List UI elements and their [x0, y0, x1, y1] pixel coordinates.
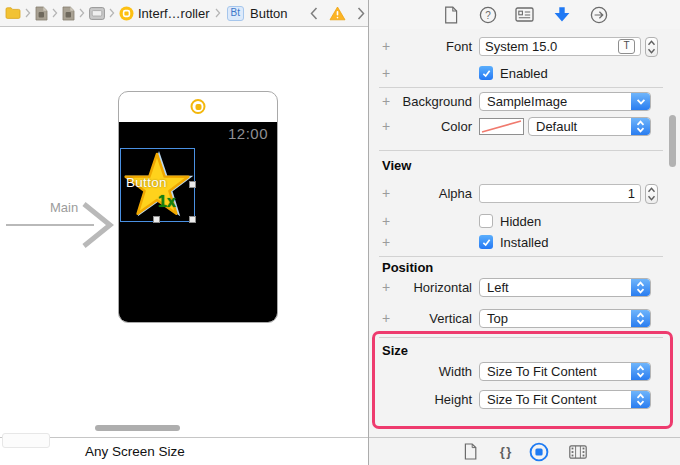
combo-chevron-icon — [631, 93, 650, 110]
scene-icon[interactable] — [89, 3, 105, 23]
watch-time: 12:00 — [228, 125, 268, 142]
color-label: Color — [369, 119, 472, 134]
warning-icon[interactable] — [325, 6, 350, 21]
code-snippet-library-icon[interactable]: { } — [500, 444, 511, 459]
alpha-row: + Alpha 1 — [369, 184, 680, 204]
installed-label: Installed — [500, 235, 548, 250]
add-attribute-button[interactable]: + — [382, 65, 390, 81]
width-popup[interactable]: Size To Fit Content — [479, 362, 651, 381]
installed-row: + Installed — [369, 233, 680, 253]
section-separator — [379, 150, 663, 151]
popup-chevrons-icon — [631, 363, 650, 380]
size-section-title: Size — [382, 343, 408, 358]
pane-divider[interactable] — [368, 0, 369, 465]
color-popup[interactable]: Default — [528, 117, 651, 136]
media-library-icon[interactable] — [568, 442, 588, 462]
screen-size-label[interactable]: Any Screen Size — [85, 444, 185, 459]
chevron-right-icon — [215, 8, 221, 18]
back-button[interactable] — [306, 7, 322, 20]
alpha-label: Alpha — [369, 186, 472, 201]
chevron-right-icon — [52, 8, 58, 18]
library-bar: { } — [369, 437, 680, 465]
enabled-row: + Enabled — [369, 64, 680, 84]
breadcrumb-controller[interactable]: Interf…roller — [137, 6, 211, 21]
width-row: Width Size To Fit Content — [369, 362, 680, 382]
storyboard-canvas[interactable]: Main 12:00 Button 1x — [0, 28, 368, 437]
enabled-checkbox-checked[interactable] — [479, 66, 493, 80]
hidden-row: + Hidden — [369, 212, 680, 232]
background-label: Background — [369, 94, 472, 109]
storyboard-file-icon[interactable] — [35, 3, 48, 23]
height-popup[interactable]: Size To Fit Content — [479, 390, 651, 409]
jump-bar: Interf…roller Bt Button — [0, 0, 368, 27]
popup-chevrons-icon — [631, 279, 650, 296]
hidden-checkbox-unchecked[interactable] — [479, 214, 493, 228]
background-combo[interactable]: SampleImage — [479, 92, 651, 111]
popup-chevrons-icon — [631, 118, 650, 135]
quick-help-tab-icon[interactable]: ? — [478, 5, 498, 25]
xcode-interface-builder-window: Interf…roller Bt Button ? — [0, 0, 680, 465]
interface-controller-icon[interactable] — [119, 3, 134, 23]
horizontal-scrollbar[interactable] — [95, 425, 180, 431]
canvas-status-bar: Any Screen Size — [0, 437, 368, 465]
installed-checkbox-checked[interactable] — [479, 235, 493, 249]
horizontal-label: Horizontal — [369, 280, 472, 295]
width-label: Width — [369, 364, 472, 379]
connections-inspector-tab-icon[interactable] — [589, 5, 609, 25]
forward-button[interactable] — [353, 7, 369, 20]
file-template-library-icon[interactable] — [461, 442, 481, 462]
chevron-right-icon — [79, 8, 85, 18]
button-title-label: Button — [126, 175, 192, 190]
font-panel-icon[interactable]: T — [618, 39, 635, 54]
resize-handle-bottom[interactable] — [153, 216, 160, 223]
font-size-stepper[interactable] — [645, 37, 658, 57]
width-value: Size To Fit Content — [480, 364, 631, 379]
interface-controller-icon[interactable] — [191, 99, 206, 114]
color-row: + Color Default — [369, 117, 680, 137]
variant-control[interactable] — [2, 433, 50, 448]
identity-inspector-tab-icon[interactable] — [515, 5, 535, 25]
attributes-inspector-tab-icon-selected[interactable] — [552, 5, 572, 25]
section-separator — [379, 256, 663, 257]
view-section-title: View — [382, 158, 411, 173]
position-section-title: Position — [382, 260, 433, 275]
horizontal-popup[interactable]: Left — [479, 278, 651, 297]
chevron-right-icon — [109, 8, 115, 18]
inspector-scrollbar[interactable] — [669, 115, 676, 167]
alpha-field[interactable]: 1 — [479, 184, 641, 203]
add-attribute-button[interactable]: + — [382, 213, 390, 229]
horizontal-value: Left — [480, 280, 631, 295]
font-field[interactable]: System 15.0 T — [479, 37, 641, 56]
inspector-tab-bar: ? — [369, 0, 680, 30]
button-type-badge: Bt — [227, 6, 244, 21]
file-inspector-tab-icon[interactable] — [441, 5, 461, 25]
image-scale-badge: 1x — [158, 193, 176, 211]
vertical-value: Top — [480, 311, 631, 326]
resize-handle-bottom-right[interactable] — [189, 216, 196, 223]
breadcrumb-button[interactable]: Button — [249, 6, 289, 21]
resize-handle-right[interactable] — [189, 181, 196, 188]
vertical-popup[interactable]: Top — [479, 309, 651, 328]
background-value: SampleImage — [480, 94, 631, 109]
add-attribute-button[interactable]: + — [382, 234, 390, 250]
storyboard-file-icon[interactable] — [62, 3, 75, 23]
vertical-label: Vertical — [369, 311, 472, 326]
selected-button[interactable]: Button 1x — [120, 148, 195, 222]
folder-icon[interactable] — [5, 3, 21, 23]
font-value: System 15.0 — [485, 39, 618, 55]
entry-point-label: Main — [50, 200, 78, 215]
height-row: Height Size To Fit Content — [369, 390, 680, 410]
watch-scene-header — [119, 92, 277, 122]
color-value: Default — [529, 119, 631, 134]
attributes-inspector: + Font System 15.0 T + Enabled + Backgro… — [369, 29, 680, 437]
horizontal-row: + Horizontal Left — [369, 278, 680, 298]
alpha-stepper[interactable] — [645, 184, 658, 204]
font-label: Font — [369, 39, 472, 54]
entry-point-arrow-icon — [80, 200, 116, 250]
object-library-icon-selected[interactable] — [529, 442, 549, 462]
hidden-label: Hidden — [500, 214, 541, 229]
color-well-no-color[interactable] — [479, 118, 524, 135]
chevron-right-icon — [25, 8, 31, 18]
section-separator — [379, 87, 663, 88]
background-row: + Background SampleImage — [369, 92, 680, 112]
